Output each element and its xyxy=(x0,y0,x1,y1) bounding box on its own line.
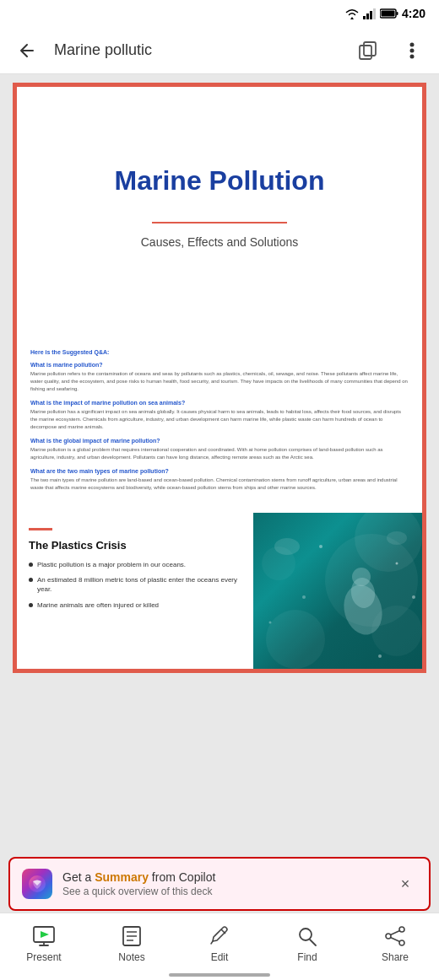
qa-a1: Marine pollution refers to the contamina… xyxy=(30,370,409,393)
copilot-line1: Get a Summary from Copilot xyxy=(62,870,383,884)
copilot-icon xyxy=(22,869,52,899)
underwater-illustration xyxy=(253,513,422,669)
svg-point-39 xyxy=(399,927,404,932)
signal-icon xyxy=(363,8,377,19)
svg-point-41 xyxy=(386,934,391,939)
nav-label-edit: Edit xyxy=(211,951,229,963)
back-button[interactable] xyxy=(10,34,44,67)
svg-point-22 xyxy=(302,595,306,599)
qa-a3: Marine pollution is a global problem tha… xyxy=(30,446,409,461)
nav-label-notes: Notes xyxy=(118,951,144,963)
bullet-dot-1 xyxy=(29,563,33,567)
notes-icon xyxy=(120,924,144,948)
nav-item-present[interactable]: Present xyxy=(19,924,69,963)
qa-heading: Here is the Suggested Q&A: xyxy=(30,349,409,355)
svg-point-26 xyxy=(274,538,300,555)
svg-point-37 xyxy=(300,929,312,940)
nav-item-find[interactable]: Find xyxy=(282,924,333,963)
slide-main-title: Marine Pollution xyxy=(98,165,342,197)
orange-accent-bar xyxy=(29,528,52,530)
app-bar: Marine pollutic xyxy=(0,27,439,74)
svg-rect-7 xyxy=(360,46,371,59)
copilot-text: Get a Summary from Copilot See a quick o… xyxy=(62,870,383,897)
svg-point-40 xyxy=(399,940,404,945)
copilot-banner[interactable]: Get a Summary from Copilot See a quick o… xyxy=(8,857,431,911)
slide-3-plastics[interactable]: The Plastics Crisis Plastic pollution is… xyxy=(13,513,426,673)
slide-divider xyxy=(152,222,287,223)
svg-point-25 xyxy=(412,595,415,599)
svg-rect-0 xyxy=(363,16,366,19)
slide-plastics-image xyxy=(253,513,422,669)
svg-rect-3 xyxy=(373,8,376,19)
svg-rect-2 xyxy=(370,11,372,19)
bullet-item-1: Plastic pollution is a major problem in … xyxy=(29,560,241,569)
copilot-close-button[interactable]: × xyxy=(393,872,417,896)
copilot-logo xyxy=(27,874,47,894)
svg-line-42 xyxy=(391,930,400,934)
more-options-button[interactable] xyxy=(395,34,429,67)
svg-point-9 xyxy=(410,42,415,46)
slide-subtitle: Causes, Effects and Solutions xyxy=(141,235,299,249)
wifi-icon xyxy=(344,8,360,19)
bullet-dot-3 xyxy=(29,603,33,607)
bullet-dot-2 xyxy=(29,578,33,582)
svg-point-27 xyxy=(387,531,407,545)
svg-point-20 xyxy=(319,545,322,548)
svg-point-24 xyxy=(269,622,272,624)
qa-a4: The two main types of marine pollution a… xyxy=(30,477,409,492)
copilot-summary-word: Summary xyxy=(95,870,149,884)
plastics-title: The Plastics Crisis xyxy=(29,539,241,552)
bullet-text-1: Plastic pollution is a major problem in … xyxy=(37,560,186,569)
nav-label-find: Find xyxy=(297,951,317,963)
bullet-text-2: An estimated 8 million metric tons of pl… xyxy=(37,575,241,594)
svg-rect-8 xyxy=(364,42,376,56)
nav-item-notes[interactable]: Notes xyxy=(106,924,157,963)
qa-q1: What is marine pollution? xyxy=(30,362,409,368)
underwater-background xyxy=(253,513,422,669)
status-icons: 4:20 xyxy=(344,7,425,20)
svg-point-11 xyxy=(410,54,415,58)
nav-label-present: Present xyxy=(26,951,61,963)
svg-point-19 xyxy=(352,568,371,586)
find-icon xyxy=(295,924,319,948)
bullet-item-2: An estimated 8 million metric tons of pl… xyxy=(29,575,241,594)
svg-line-36 xyxy=(211,941,213,944)
svg-line-43 xyxy=(391,937,400,941)
copy-icon-button[interactable] xyxy=(351,34,385,67)
svg-line-38 xyxy=(310,940,316,945)
svg-rect-5 xyxy=(396,12,398,15)
copilot-suffix: from Copilot xyxy=(149,870,215,884)
svg-line-35 xyxy=(221,929,225,934)
status-bar: 4:20 xyxy=(0,0,439,27)
slide-2-qa[interactable]: Here is the Suggested Q&A: What is marin… xyxy=(13,327,426,513)
svg-point-16 xyxy=(266,610,325,669)
qa-a2: Marine pollution has a significant impac… xyxy=(30,408,409,431)
app-title: Marine pollutic xyxy=(54,41,341,59)
bullet-item-3: Marine animals are often injured or kill… xyxy=(29,600,241,610)
svg-rect-1 xyxy=(366,13,369,19)
qa-q3: What is the global impact of marine poll… xyxy=(30,438,409,444)
svg-rect-6 xyxy=(381,11,394,17)
copilot-prefix: Get a xyxy=(62,870,95,884)
nav-item-share[interactable]: Share xyxy=(370,924,420,963)
share-icon xyxy=(383,924,407,948)
slide-1-title[interactable]: Marine Pollution Causes, Effects and Sol… xyxy=(13,83,426,327)
battery-icon xyxy=(380,8,398,19)
present-icon xyxy=(32,924,56,948)
slide-plastics-content: The Plastics Crisis Plastic pollution is… xyxy=(17,513,253,669)
status-time: 4:20 xyxy=(402,7,425,20)
copilot-line2: See a quick overview of this deck xyxy=(62,886,383,897)
qa-q2: What is the impact of marine pollution o… xyxy=(30,400,409,406)
slides-container: Marine Pollution Causes, Effects and Sol… xyxy=(0,74,439,913)
svg-point-10 xyxy=(410,48,415,52)
bottom-nav: Present Notes Edit xyxy=(0,913,439,980)
svg-point-21 xyxy=(396,563,398,565)
qa-q4: What are the two main types of marine po… xyxy=(30,468,409,474)
edit-icon xyxy=(208,924,231,948)
svg-point-23 xyxy=(378,654,382,658)
nav-item-edit[interactable]: Edit xyxy=(194,924,245,963)
svg-marker-30 xyxy=(41,931,49,938)
bullet-text-3: Marine animals are often injured or kill… xyxy=(37,600,159,610)
home-indicator xyxy=(169,973,270,977)
nav-label-share: Share xyxy=(382,951,409,963)
